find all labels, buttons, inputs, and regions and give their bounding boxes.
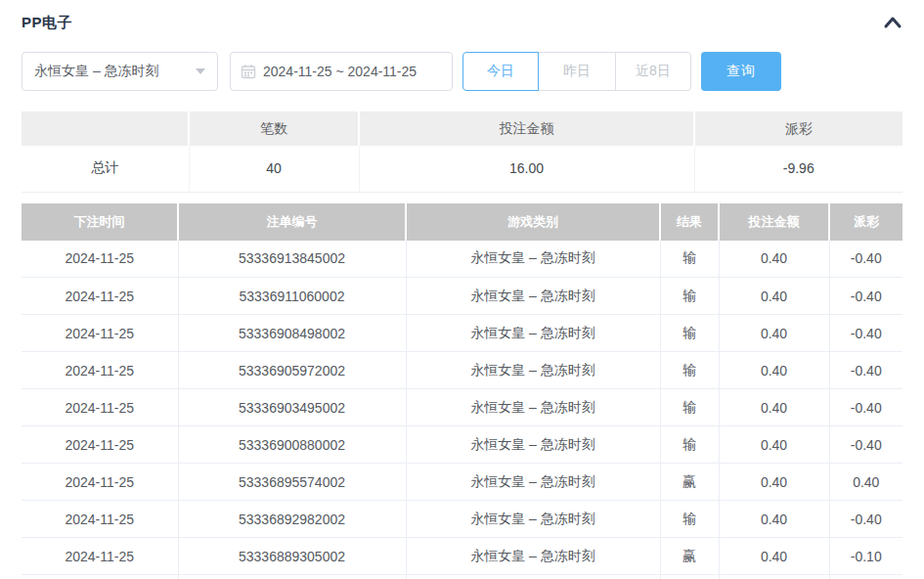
summary-total-label: 总计 bbox=[22, 146, 189, 192]
result-cell: 输 bbox=[660, 426, 719, 464]
calendar-icon bbox=[241, 64, 256, 79]
bet-amount-cell: 0.40 bbox=[719, 464, 829, 501]
bet-amount-cell: 0.40 bbox=[719, 278, 829, 315]
payout-cell: -0.40 bbox=[829, 426, 902, 464]
summary-total-bet-amount: 16.00 bbox=[359, 146, 694, 192]
detail-header-row: 下注时间 注单编号 游戏类别 结果 投注金额 派彩 bbox=[22, 203, 902, 241]
detail-header-order-no: 注单编号 bbox=[178, 203, 406, 241]
order-no-cell: 53336911060002 bbox=[178, 278, 406, 315]
date-range-value: 2024-11-25 ~ 2024-11-25 bbox=[263, 64, 417, 79]
panel-header: PP电子 bbox=[22, 10, 902, 35]
game-type-cell: 永恒女皇 – 急冻时刻 bbox=[406, 426, 660, 464]
game-type-cell: 永恒女皇 – 急冻时刻 bbox=[406, 501, 660, 538]
summary-header-empty bbox=[22, 111, 189, 146]
table-row: 2024-11-25 53336913845002 永恒女皇 – 急冻时刻 输 … bbox=[22, 241, 902, 278]
game-type-cell: 永恒女皇 – 急冻时刻 bbox=[406, 278, 660, 315]
bet-date-cell bbox=[22, 575, 178, 579]
bet-amount-cell bbox=[719, 575, 829, 579]
game-select[interactable]: 永恒女皇 – 急冻时刻 bbox=[22, 52, 218, 91]
order-no-cell: 53336892982002 bbox=[178, 501, 406, 538]
page-title: PP电子 bbox=[22, 14, 72, 32]
payout-cell bbox=[829, 575, 902, 579]
summary-total-payout: -9.96 bbox=[694, 146, 902, 192]
bet-date-cell: 2024-11-25 bbox=[22, 538, 178, 575]
bet-amount-cell: 0.40 bbox=[719, 538, 829, 575]
bet-date-cell: 2024-11-25 bbox=[22, 501, 178, 538]
table-row: 2024-11-25 53336905972002 永恒女皇 – 急冻时刻 输 … bbox=[22, 352, 902, 389]
bet-date-cell: 2024-11-25 bbox=[22, 241, 178, 278]
last-8-days-button[interactable]: 近8日 bbox=[615, 52, 691, 91]
game-select-value: 永恒女皇 – 急冻时刻 bbox=[34, 63, 190, 80]
collapse-chevron-up-icon[interactable] bbox=[883, 16, 902, 29]
bet-date-cell: 2024-11-25 bbox=[22, 464, 178, 501]
date-range-picker[interactable]: 2024-11-25 ~ 2024-11-25 bbox=[230, 52, 453, 91]
result-cell: 赢 bbox=[660, 538, 719, 575]
bet-date-cell: 2024-11-25 bbox=[22, 426, 178, 464]
game-type-cell: 永恒女皇 – 急冻时刻 bbox=[406, 464, 660, 501]
order-no-cell: 53336889305002 bbox=[178, 538, 406, 575]
summary-header-payout: 派彩 bbox=[694, 111, 902, 146]
game-type-cell: 永恒女皇 – 急冻时刻 bbox=[406, 241, 660, 278]
table-row: 2024-11-25 53336903495002 永恒女皇 – 急冻时刻 输 … bbox=[22, 389, 902, 426]
table-row bbox=[22, 575, 902, 579]
table-row: 2024-11-25 53336895574002 永恒女皇 – 急冻时刻 赢 … bbox=[22, 464, 902, 501]
game-type-cell: 永恒女皇 – 急冻时刻 bbox=[406, 389, 660, 426]
bet-amount-cell: 0.40 bbox=[719, 426, 829, 464]
order-no-cell bbox=[178, 575, 406, 579]
payout-cell: -0.40 bbox=[829, 241, 902, 278]
payout-cell: 0.40 bbox=[829, 464, 902, 501]
detail-header-bet-time: 下注时间 bbox=[22, 203, 178, 241]
payout-cell: -0.40 bbox=[829, 501, 902, 538]
table-row: 2024-11-25 53336908498002 永恒女皇 – 急冻时刻 输 … bbox=[22, 315, 902, 352]
result-cell: 输 bbox=[660, 315, 719, 352]
game-type-cell bbox=[406, 575, 660, 579]
bet-amount-cell: 0.40 bbox=[719, 241, 829, 278]
game-type-cell: 永恒女皇 – 急冻时刻 bbox=[406, 315, 660, 352]
result-cell: 赢 bbox=[660, 464, 719, 501]
table-row: 2024-11-25 53336892982002 永恒女皇 – 急冻时刻 输 … bbox=[22, 501, 902, 538]
bet-date-cell: 2024-11-25 bbox=[22, 389, 178, 426]
summary-total-count: 40 bbox=[189, 146, 359, 192]
result-cell bbox=[660, 575, 719, 579]
today-button[interactable]: 今日 bbox=[462, 52, 539, 91]
bet-amount-cell: 0.40 bbox=[719, 315, 829, 352]
game-type-cell: 永恒女皇 – 急冻时刻 bbox=[406, 352, 660, 389]
order-no-cell: 53336908498002 bbox=[178, 315, 406, 352]
bet-amount-cell: 0.40 bbox=[719, 389, 829, 426]
payout-cell: -0.40 bbox=[829, 389, 902, 426]
chevron-down-icon bbox=[196, 68, 205, 74]
detail-header-payout: 派彩 bbox=[829, 203, 902, 241]
table-row: 2024-11-25 53336911060002 永恒女皇 – 急冻时刻 输 … bbox=[22, 278, 902, 315]
bet-records-panel: PP电子 永恒女皇 – 急冻时刻 2024-11-25 ~ 2024-11-25… bbox=[0, 0, 924, 579]
order-no-cell: 53336895574002 bbox=[178, 464, 406, 501]
bet-amount-cell: 0.40 bbox=[719, 501, 829, 538]
payout-cell: -0.40 bbox=[829, 352, 902, 389]
order-no-cell: 53336905972002 bbox=[178, 352, 406, 389]
detail-header-result: 结果 bbox=[660, 203, 719, 241]
result-cell: 输 bbox=[660, 501, 719, 538]
summary-total-row: 总计 40 16.00 -9.96 bbox=[22, 146, 902, 192]
summary-header-row: 笔数 投注金额 派彩 bbox=[22, 111, 902, 146]
order-no-cell: 53336900880002 bbox=[178, 426, 406, 464]
bet-date-cell: 2024-11-25 bbox=[22, 315, 178, 352]
bet-date-cell: 2024-11-25 bbox=[22, 352, 178, 389]
payout-cell: -0.40 bbox=[829, 315, 902, 352]
result-cell: 输 bbox=[660, 352, 719, 389]
summary-header-count: 笔数 bbox=[189, 111, 359, 146]
bet-date-cell: 2024-11-25 bbox=[22, 278, 178, 315]
result-cell: 输 bbox=[660, 389, 719, 426]
game-type-cell: 永恒女皇 – 急冻时刻 bbox=[406, 538, 660, 575]
detail-header-bet-amount: 投注金额 bbox=[719, 203, 829, 241]
order-no-cell: 53336903495002 bbox=[178, 389, 406, 426]
bet-amount-cell: 0.40 bbox=[719, 352, 829, 389]
detail-table: 下注时间 注单编号 游戏类别 结果 投注金额 派彩 2024-11-25 533… bbox=[22, 203, 902, 579]
summary-header-bet-amount: 投注金额 bbox=[359, 111, 694, 146]
payout-cell: -0.40 bbox=[829, 278, 902, 315]
search-button[interactable]: 查询 bbox=[701, 52, 781, 91]
yesterday-button[interactable]: 昨日 bbox=[538, 52, 616, 91]
payout-cell: -0.10 bbox=[829, 538, 902, 575]
result-cell: 输 bbox=[660, 241, 719, 278]
detail-header-game-type: 游戏类别 bbox=[406, 203, 660, 241]
filter-bar: 永恒女皇 – 急冻时刻 2024-11-25 ~ 2024-11-25 今日 昨… bbox=[22, 52, 902, 91]
result-cell: 输 bbox=[660, 278, 719, 315]
